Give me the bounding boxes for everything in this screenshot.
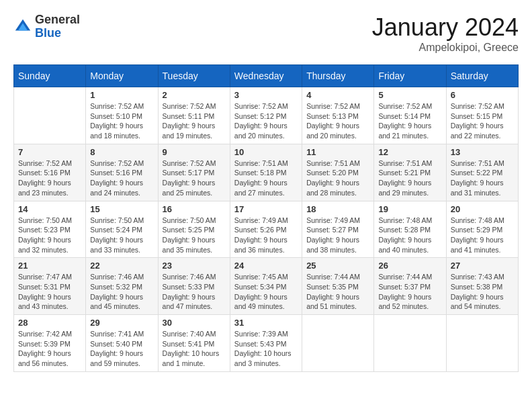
- calendar-table: SundayMondayTuesdayWednesdayThursdayFrid…: [13, 64, 519, 372]
- logo-icon: [13, 17, 32, 36]
- day-number: 28: [18, 318, 81, 328]
- calendar-cell: [446, 315, 518, 372]
- logo-blue-text: Blue: [35, 27, 80, 40]
- calendar-cell: 29Sunrise: 7:41 AM Sunset: 5:40 PM Dayli…: [86, 315, 158, 372]
- calendar-cell: 15Sunrise: 7:50 AM Sunset: 5:24 PM Dayli…: [86, 201, 158, 258]
- day-number: 31: [234, 318, 298, 328]
- day-number: 13: [451, 147, 514, 157]
- logo-text: General Blue: [35, 13, 80, 40]
- day-info: Sunrise: 7:52 AM Sunset: 5:16 PM Dayligh…: [18, 158, 81, 198]
- day-info: Sunrise: 7:52 AM Sunset: 5:15 PM Dayligh…: [451, 101, 514, 141]
- day-number: 9: [163, 147, 226, 157]
- day-info: Sunrise: 7:49 AM Sunset: 5:27 PM Dayligh…: [306, 216, 369, 255]
- calendar-week-4: 21Sunrise: 7:47 AM Sunset: 5:31 PM Dayli…: [14, 258, 519, 315]
- calendar-week-3: 14Sunrise: 7:50 AM Sunset: 5:23 PM Dayli…: [14, 201, 519, 258]
- calendar-cell: 13Sunrise: 7:51 AM Sunset: 5:22 PM Dayli…: [446, 144, 518, 201]
- day-number: 24: [234, 261, 298, 271]
- calendar-subtitle: Ampelokipoi, Greece: [372, 42, 519, 54]
- day-info: Sunrise: 7:52 AM Sunset: 5:17 PM Dayligh…: [163, 158, 226, 198]
- day-info: Sunrise: 7:49 AM Sunset: 5:26 PM Dayligh…: [234, 216, 298, 255]
- calendar-cell: 25Sunrise: 7:44 AM Sunset: 5:35 PM Dayli…: [302, 258, 374, 315]
- column-header-friday: Friday: [374, 65, 446, 87]
- calendar-cell: 18Sunrise: 7:49 AM Sunset: 5:27 PM Dayli…: [302, 201, 374, 258]
- day-number: 5: [378, 90, 441, 100]
- column-header-sunday: Sunday: [14, 65, 86, 87]
- calendar-cell: 30Sunrise: 7:40 AM Sunset: 5:41 PM Dayli…: [158, 315, 230, 372]
- day-number: 11: [306, 147, 369, 157]
- logo: General Blue: [13, 13, 80, 40]
- calendar-cell: 27Sunrise: 7:43 AM Sunset: 5:38 PM Dayli…: [446, 258, 518, 315]
- day-info: Sunrise: 7:50 AM Sunset: 5:24 PM Dayligh…: [90, 216, 153, 255]
- day-info: Sunrise: 7:40 AM Sunset: 5:41 PM Dayligh…: [163, 329, 226, 369]
- column-header-monday: Monday: [86, 65, 158, 87]
- calendar-week-2: 7Sunrise: 7:52 AM Sunset: 5:16 PM Daylig…: [14, 144, 519, 201]
- day-info: Sunrise: 7:50 AM Sunset: 5:23 PM Dayligh…: [18, 216, 81, 255]
- calendar-cell: 19Sunrise: 7:48 AM Sunset: 5:28 PM Dayli…: [374, 201, 446, 258]
- calendar-cell: 14Sunrise: 7:50 AM Sunset: 5:23 PM Dayli…: [14, 201, 86, 258]
- calendar-cell: 7Sunrise: 7:52 AM Sunset: 5:16 PM Daylig…: [14, 144, 86, 201]
- calendar-title: January 2024: [372, 13, 519, 42]
- calendar-cell: [374, 315, 446, 372]
- calendar-week-1: 1Sunrise: 7:52 AM Sunset: 5:10 PM Daylig…: [14, 87, 519, 144]
- calendar-cell: 4Sunrise: 7:52 AM Sunset: 5:13 PM Daylig…: [302, 87, 374, 144]
- calendar-cell: 10Sunrise: 7:51 AM Sunset: 5:18 PM Dayli…: [230, 144, 302, 201]
- logo-general-text: General: [35, 13, 80, 27]
- day-info: Sunrise: 7:46 AM Sunset: 5:33 PM Dayligh…: [163, 272, 226, 312]
- day-info: Sunrise: 7:51 AM Sunset: 5:22 PM Dayligh…: [451, 158, 514, 198]
- day-number: 23: [163, 261, 226, 271]
- day-number: 7: [18, 147, 81, 157]
- day-info: Sunrise: 7:51 AM Sunset: 5:21 PM Dayligh…: [378, 158, 441, 198]
- day-info: Sunrise: 7:46 AM Sunset: 5:32 PM Dayligh…: [90, 272, 153, 312]
- day-number: 15: [90, 204, 153, 214]
- column-header-saturday: Saturday: [446, 65, 518, 87]
- calendar-cell: 31Sunrise: 7:39 AM Sunset: 5:43 PM Dayli…: [230, 315, 302, 372]
- day-number: 22: [90, 261, 153, 271]
- column-header-thursday: Thursday: [302, 65, 374, 87]
- calendar-cell: 3Sunrise: 7:52 AM Sunset: 5:12 PM Daylig…: [230, 87, 302, 144]
- calendar-cell: 21Sunrise: 7:47 AM Sunset: 5:31 PM Dayli…: [14, 258, 86, 315]
- calendar-cell: 28Sunrise: 7:42 AM Sunset: 5:39 PM Dayli…: [14, 315, 86, 372]
- calendar-cell: 8Sunrise: 7:52 AM Sunset: 5:16 PM Daylig…: [86, 144, 158, 201]
- day-number: 18: [306, 204, 369, 214]
- header-row: SundayMondayTuesdayWednesdayThursdayFrid…: [14, 65, 519, 87]
- day-number: 17: [234, 204, 298, 214]
- calendar-cell: 12Sunrise: 7:51 AM Sunset: 5:21 PM Dayli…: [374, 144, 446, 201]
- day-number: 27: [451, 261, 514, 271]
- day-info: Sunrise: 7:51 AM Sunset: 5:18 PM Dayligh…: [234, 158, 298, 198]
- calendar-cell: 20Sunrise: 7:48 AM Sunset: 5:29 PM Dayli…: [446, 201, 518, 258]
- day-number: 10: [234, 147, 298, 157]
- calendar-cell: 2Sunrise: 7:52 AM Sunset: 5:11 PM Daylig…: [158, 87, 230, 144]
- day-info: Sunrise: 7:48 AM Sunset: 5:28 PM Dayligh…: [378, 216, 441, 255]
- day-info: Sunrise: 7:43 AM Sunset: 5:38 PM Dayligh…: [451, 272, 514, 312]
- calendar-cell: 16Sunrise: 7:50 AM Sunset: 5:25 PM Dayli…: [158, 201, 230, 258]
- day-number: 30: [163, 318, 226, 328]
- day-info: Sunrise: 7:51 AM Sunset: 5:20 PM Dayligh…: [306, 158, 369, 198]
- day-number: 12: [378, 147, 441, 157]
- calendar-cell: 5Sunrise: 7:52 AM Sunset: 5:14 PM Daylig…: [374, 87, 446, 144]
- column-header-wednesday: Wednesday: [230, 65, 302, 87]
- calendar-cell: 26Sunrise: 7:44 AM Sunset: 5:37 PM Dayli…: [374, 258, 446, 315]
- calendar-cell: [302, 315, 374, 372]
- day-number: 21: [18, 261, 81, 271]
- calendar-cell: 1Sunrise: 7:52 AM Sunset: 5:10 PM Daylig…: [86, 87, 158, 144]
- day-number: 20: [451, 204, 514, 214]
- day-info: Sunrise: 7:44 AM Sunset: 5:37 PM Dayligh…: [378, 272, 441, 312]
- day-info: Sunrise: 7:41 AM Sunset: 5:40 PM Dayligh…: [90, 329, 153, 369]
- calendar-cell: 11Sunrise: 7:51 AM Sunset: 5:20 PM Dayli…: [302, 144, 374, 201]
- day-info: Sunrise: 7:42 AM Sunset: 5:39 PM Dayligh…: [18, 329, 81, 369]
- day-number: 16: [163, 204, 226, 214]
- day-number: 19: [378, 204, 441, 214]
- calendar-cell: 6Sunrise: 7:52 AM Sunset: 5:15 PM Daylig…: [446, 87, 518, 144]
- day-number: 26: [378, 261, 441, 271]
- day-info: Sunrise: 7:39 AM Sunset: 5:43 PM Dayligh…: [234, 329, 298, 369]
- day-number: 2: [163, 90, 226, 100]
- header: General Blue January 2024 Ampelokipoi, G…: [13, 13, 519, 54]
- calendar-cell: 24Sunrise: 7:45 AM Sunset: 5:34 PM Dayli…: [230, 258, 302, 315]
- day-info: Sunrise: 7:52 AM Sunset: 5:10 PM Dayligh…: [90, 101, 153, 141]
- day-info: Sunrise: 7:50 AM Sunset: 5:25 PM Dayligh…: [163, 216, 226, 255]
- title-section: January 2024 Ampelokipoi, Greece: [372, 13, 519, 54]
- day-number: 8: [90, 147, 153, 157]
- day-info: Sunrise: 7:45 AM Sunset: 5:34 PM Dayligh…: [234, 272, 298, 312]
- day-info: Sunrise: 7:52 AM Sunset: 5:16 PM Dayligh…: [90, 158, 153, 198]
- day-info: Sunrise: 7:47 AM Sunset: 5:31 PM Dayligh…: [18, 272, 81, 312]
